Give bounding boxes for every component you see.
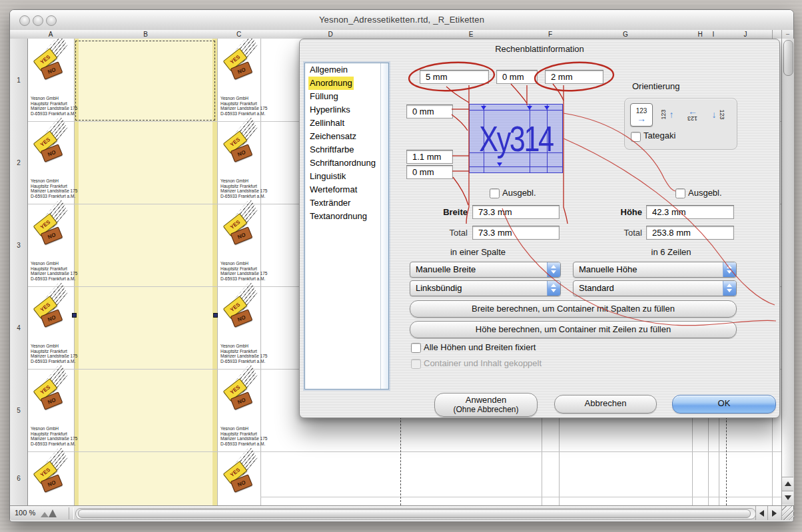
- column-header-B[interactable]: B: [74, 30, 218, 39]
- column-header-D[interactable]: D: [260, 30, 401, 39]
- label-cell-c6[interactable]: YESNOYesnon GmbHHauptsitz FrankfurtMainz…: [219, 453, 262, 504]
- orientation-reverse-button[interactable]: ←123: [682, 103, 703, 125]
- up-arrow-icon: ↑: [669, 111, 674, 119]
- scroll-left-button[interactable]: [755, 506, 768, 520]
- label-cell-c2[interactable]: YESNOYesnon GmbHHauptsitz FrankfurtMainz…: [219, 123, 262, 202]
- top-margin-field[interactable]: 0 mm: [406, 105, 453, 119]
- width-mode-popup[interactable]: Manuelle Breite: [410, 262, 561, 278]
- width-total-field[interactable]: 73.3 mm: [472, 226, 560, 240]
- sidebar-item-allgemein[interactable]: Allgemein: [305, 63, 388, 77]
- resize-grip[interactable]: [781, 506, 794, 520]
- sidebar-item-zellinhalt[interactable]: Zellinhalt: [305, 117, 388, 130]
- hidden-height-checkbox[interactable]: [675, 188, 685, 198]
- width-field[interactable]: 73.3 mm: [472, 205, 560, 219]
- calc-width-button[interactable]: Breite berechnen, um Container mit Spalt…: [410, 300, 737, 318]
- label-cell-a3[interactable]: YESNOYesnon GmbHHauptsitz FrankfurtMainz…: [29, 205, 72, 285]
- fix-sizes-checkbox[interactable]: [411, 343, 421, 353]
- orientation-horizontal-button[interactable]: 123→: [630, 103, 653, 127]
- apply-button[interactable]: Anwenden (Ohne Abbrechen): [434, 393, 538, 417]
- row-header-6[interactable]: 6: [10, 451, 28, 505]
- orientation-up-button[interactable]: 123↑: [655, 103, 677, 125]
- sidebar-item-schriftanordnung[interactable]: Schriftanordnung: [305, 156, 388, 170]
- sidebar-item-textränder[interactable]: Textränder: [305, 196, 388, 210]
- label-cell-a6[interactable]: YESNOYesnon GmbHHauptsitz FrankfurtMainz…: [29, 453, 72, 504]
- sidebar-item-zeichensatz[interactable]: Zeichensatz: [305, 130, 388, 143]
- margin-right-field[interactable]: 2 mm: [545, 70, 603, 84]
- horizontal-scrollbar-thumb[interactable]: [78, 509, 751, 518]
- label-cell-c3[interactable]: YESNOYesnon GmbHHauptsitz FrankfurtMainz…: [219, 205, 262, 285]
- column-header-H[interactable]: H: [692, 30, 709, 39]
- sidebar-item-schriftfarbe[interactable]: Schriftfarbe: [305, 143, 388, 156]
- column-header-I[interactable]: I: [708, 30, 719, 39]
- zoom-level[interactable]: 100 %: [15, 509, 35, 517]
- column-header-G[interactable]: G: [559, 30, 693, 39]
- row-gap-field[interactable]: 1.1 mm: [406, 150, 453, 164]
- column-header-J[interactable]: J: [719, 30, 773, 39]
- sidebar-item-textanordnung[interactable]: Textanordnung: [305, 210, 388, 223]
- list-scrollbar[interactable]: [380, 63, 388, 389]
- label-cell-a4[interactable]: YESNOYesnon GmbHHauptsitz FrankfurtMainz…: [29, 288, 72, 368]
- scroll-right-button[interactable]: [767, 506, 780, 520]
- zoom-out-mountain-icon[interactable]: [41, 512, 49, 517]
- select-all-corner[interactable]: [10, 30, 28, 39]
- down-arrow-icon: ↓: [711, 111, 716, 119]
- row-header-1[interactable]: 1: [10, 39, 28, 122]
- scroll-down-button[interactable]: [782, 491, 793, 505]
- sidebar-item-füllung[interactable]: Füllung: [305, 90, 388, 103]
- hidden-width-label: Ausgebl.: [502, 188, 536, 198]
- row-header-3[interactable]: 3: [10, 204, 28, 287]
- scroll-up-button[interactable]: [782, 477, 793, 491]
- horizontal-scrollbar[interactable]: [75, 508, 756, 519]
- gutter-field[interactable]: 0 mm: [496, 70, 538, 84]
- address-text: Yesnon GmbHHauptsitz FrankfurtMainzer La…: [220, 261, 262, 281]
- label-cell-a5[interactable]: YESNOYesnon GmbHHauptsitz FrankfurtMainz…: [29, 370, 72, 450]
- cell-layout-preview: Xy314: [469, 104, 563, 173]
- down-arrow-icon: [785, 495, 791, 500]
- bottom-margin-field[interactable]: 0 mm: [406, 165, 453, 179]
- calc-height-button[interactable]: Höhe berechnen, um Container mit Zeilen …: [410, 321, 737, 338]
- couple-container-checkbox: [411, 359, 421, 369]
- label-cell-c5[interactable]: YESNOYesnon GmbHHauptsitz FrankfurtMainz…: [219, 370, 262, 450]
- sidebar-item-werteformat[interactable]: Werteformat: [305, 183, 388, 196]
- selected-cell-b1-marquee[interactable]: [75, 41, 215, 121]
- address-text: Yesnon GmbHHauptsitz FrankfurtMainzer La…: [31, 261, 72, 281]
- row-header-5[interactable]: 5: [10, 369, 28, 452]
- vertical-scrollbar[interactable]: [781, 39, 794, 505]
- row-header-4[interactable]: 4: [10, 286, 28, 370]
- label-cell-c4[interactable]: YESNOYesnon GmbHHauptsitz FrankfurtMainz…: [219, 288, 262, 368]
- ok-button[interactable]: OK: [672, 395, 776, 413]
- window-titlebar[interactable]: Yesnon_Adressetiketten.rtd, _R_Etiketten: [10, 10, 793, 31]
- vertical-scrollbar-thumb[interactable]: [783, 40, 793, 76]
- status-bar: 100 %: [10, 505, 793, 521]
- margin-left-field[interactable]: 5 mm: [420, 70, 489, 84]
- column-header-F[interactable]: F: [542, 30, 560, 39]
- height-mode-popup[interactable]: Manuelle Höhe: [573, 262, 737, 278]
- up-arrow-icon: [785, 481, 791, 486]
- couple-container-label: Container und Inhalt gekoppelt: [424, 358, 542, 368]
- sidebar-item-hyperlinks[interactable]: Hyperlinks: [305, 103, 388, 117]
- zoom-in-mountain-icon[interactable]: [49, 509, 57, 517]
- height-align-popup[interactable]: Standard: [573, 280, 737, 296]
- column-header-C[interactable]: C: [217, 30, 261, 39]
- column-header-A[interactable]: A: [27, 30, 75, 39]
- height-caption: in 6 Zeilen: [613, 247, 729, 257]
- width-align-popup[interactable]: Linksbündig: [410, 280, 561, 296]
- label-cell-c1[interactable]: YESNOYesnon GmbHHauptsitz FrankfurtMainz…: [219, 40, 262, 120]
- height-total-field[interactable]: 253.8 mm: [646, 226, 734, 240]
- label-cell-a1[interactable]: YESNOYesnon GmbHHauptsitz FrankfurtMainz…: [29, 40, 72, 120]
- cancel-button[interactable]: Abbrechen: [554, 395, 657, 413]
- height-total-label: Total: [612, 228, 642, 238]
- orientation-123-glyph: 123: [660, 109, 667, 119]
- hidden-width-checkbox[interactable]: [490, 188, 500, 198]
- sidebar-item-linguistik[interactable]: Linguistik: [305, 170, 388, 183]
- selection-handle-left[interactable]: [72, 313, 77, 318]
- orientation-down-button[interactable]: ↓123: [709, 103, 730, 125]
- sidebar-item-anordnung[interactable]: Anordnung: [305, 77, 388, 90]
- column-header-E[interactable]: E: [400, 30, 542, 39]
- tategaki-checkbox[interactable]: [631, 132, 641, 142]
- row-header-2[interactable]: 2: [10, 121, 28, 204]
- selection-handle-right[interactable]: [213, 313, 218, 318]
- height-field[interactable]: 42.3 mm: [646, 205, 734, 219]
- label-cell-a2[interactable]: YESNOYesnon GmbHHauptsitz FrankfurtMainz…: [29, 123, 72, 202]
- category-list[interactable]: AllgemeinAnordnungFüllungHyperlinksZelli…: [304, 63, 389, 390]
